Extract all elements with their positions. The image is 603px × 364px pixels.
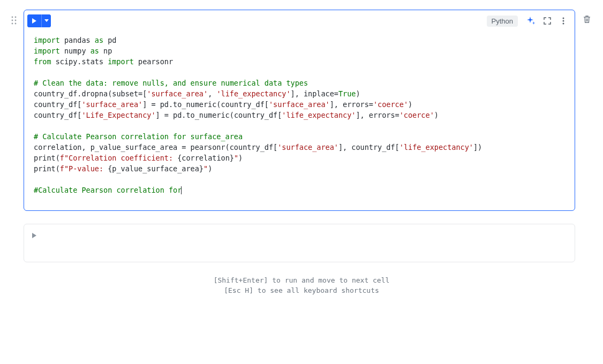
code-string: 'life_expectancy' xyxy=(400,143,473,151)
notebook-cell-empty xyxy=(10,224,593,262)
code-token: pd xyxy=(103,36,116,44)
code-token: ] = pd.to_numeric(country_df[ xyxy=(156,111,282,119)
code-string: 'surface_area' xyxy=(277,143,338,151)
cell-toolbar: Python xyxy=(27,13,571,28)
code-token: ], inplace= xyxy=(291,89,338,98)
language-badge[interactable]: Python xyxy=(487,16,518,27)
chevron-down-icon xyxy=(44,19,49,22)
empty-cell[interactable] xyxy=(24,224,575,262)
code-token: print( xyxy=(34,164,60,173)
code-token: ) xyxy=(434,111,439,119)
svg-point-3 xyxy=(15,20,17,21)
code-token: ) xyxy=(356,89,360,98)
code-token: numpy xyxy=(60,47,91,55)
code-string: 'coerce' xyxy=(373,100,408,109)
code-string: 'surface_area' xyxy=(269,100,330,109)
code-token: ) xyxy=(238,154,243,162)
svg-point-7 xyxy=(563,20,564,22)
run-button-group xyxy=(27,14,51,27)
play-icon xyxy=(32,18,37,24)
code-token: ], errors= xyxy=(330,100,373,109)
code-token: import xyxy=(108,57,134,66)
cell-container: Python import pandas as pd import numpy … xyxy=(24,10,575,211)
code-token: ) xyxy=(408,100,412,109)
code-token: from xyxy=(34,57,51,66)
trash-icon xyxy=(583,15,591,24)
svg-point-8 xyxy=(563,23,564,25)
svg-point-0 xyxy=(12,17,13,18)
code-comment: #Calculate Pearson correlation for xyxy=(34,186,182,194)
code-token: ] = pd.to_numeric(country_df[ xyxy=(142,100,269,109)
hint-line: [Esc H] to see all keyboard shortcuts xyxy=(10,285,593,295)
code-token: np xyxy=(99,47,112,55)
code-token: {correlation} xyxy=(177,154,234,162)
code-editor[interactable]: import pandas as pd import numpy as np f… xyxy=(24,10,575,210)
code-comment: # Calculate Pearson correlation for surf… xyxy=(34,132,243,141)
sparkle-icon xyxy=(527,17,536,25)
code-string: " xyxy=(203,164,208,173)
code-token: ], errors= xyxy=(356,111,399,119)
code-token: print( xyxy=(34,154,60,162)
kebab-icon xyxy=(562,17,564,25)
code-string: 'Life_Expectancy' xyxy=(81,111,155,119)
ai-assist-button[interactable] xyxy=(525,15,537,27)
code-token: import xyxy=(34,47,60,55)
code-token: import xyxy=(34,36,60,44)
code-token: country_df[ xyxy=(34,111,81,119)
svg-point-2 xyxy=(12,20,13,21)
code-token: scipy.stats xyxy=(51,57,108,66)
code-string: 'surface_area' xyxy=(147,89,208,98)
svg-point-1 xyxy=(15,17,17,18)
run-dropdown-button[interactable] xyxy=(41,14,51,27)
code-token: as xyxy=(95,36,103,44)
code-string: 'life_expectancy' xyxy=(216,89,290,98)
play-icon xyxy=(32,233,37,238)
code-string: " xyxy=(234,154,238,162)
svg-point-4 xyxy=(12,23,13,25)
code-token: {p_value_surface_area} xyxy=(108,164,203,173)
code-comment: # Clean the data: remove nulls, and ensu… xyxy=(34,79,308,87)
notebook-cell-active: Python import pandas as pd import numpy … xyxy=(10,10,593,211)
code-token: country_df.dropna(subset=[ xyxy=(34,89,147,98)
code-bool: True xyxy=(338,89,356,98)
keyboard-hints: [Shift+Enter] to run and move to next ce… xyxy=(10,275,593,295)
code-token: pandas xyxy=(60,36,95,44)
drag-handle[interactable] xyxy=(10,10,18,25)
delete-cell-button[interactable] xyxy=(581,10,593,24)
svg-point-6 xyxy=(563,18,564,19)
run-button[interactable] xyxy=(27,14,41,27)
hint-line: [Shift+Enter] to run and move to next ce… xyxy=(10,275,593,285)
code-string: 'life_expectancy' xyxy=(282,111,356,119)
code-string: 'surface_area' xyxy=(81,100,142,109)
text-cursor xyxy=(181,186,182,194)
code-string: f"Correlation coefficient: xyxy=(60,154,177,162)
code-token: pearsonr xyxy=(134,57,173,66)
expand-icon xyxy=(544,17,551,25)
code-token: ) xyxy=(208,164,212,173)
code-token: ], country_df[ xyxy=(338,143,400,151)
svg-point-5 xyxy=(15,23,17,25)
code-string: f"P-value: xyxy=(60,164,108,173)
expand-button[interactable] xyxy=(541,15,553,27)
code-string: 'coerce' xyxy=(400,111,434,119)
code-token: correlation, p_value_surface_area = pear… xyxy=(34,143,277,151)
more-menu-button[interactable] xyxy=(557,15,569,27)
code-token: ]) xyxy=(473,143,482,151)
code-token: country_df[ xyxy=(34,100,81,109)
code-token: as xyxy=(91,47,99,55)
drag-dots-icon xyxy=(11,16,17,25)
code-token: , xyxy=(208,89,216,98)
